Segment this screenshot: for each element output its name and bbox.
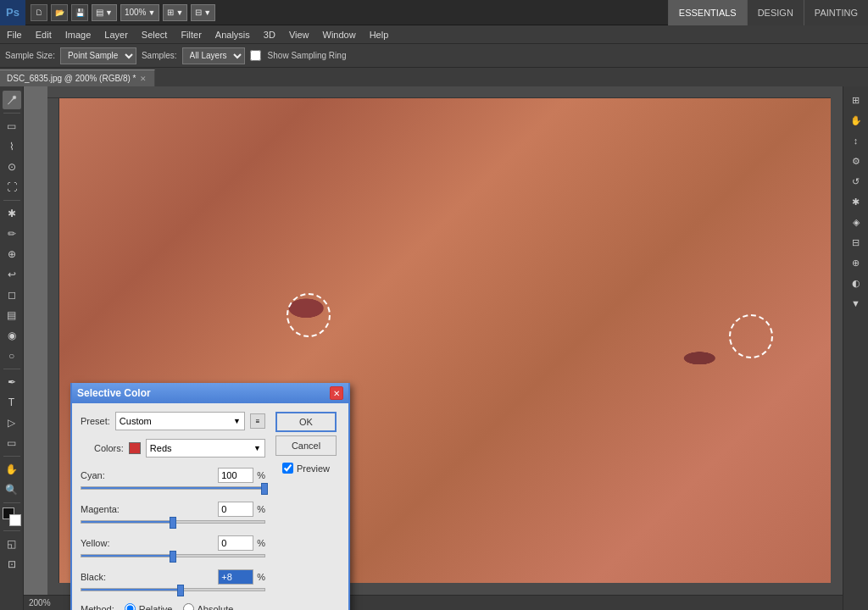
cancel-button[interactable]: Cancel — [275, 435, 337, 456]
preview-checkbox[interactable] — [282, 463, 293, 474]
rectangular-marquee-tool[interactable]: ▭ — [3, 117, 21, 136]
workspace-buttons: ESSENTIALS DESIGN PAINTING — [668, 0, 868, 25]
method-row: Method: Relative Absolute — [81, 603, 265, 610]
preset-dropdown[interactable]: Custom ▼ — [115, 412, 245, 430]
clone-stamp-tool[interactable]: ⊕ — [3, 245, 21, 263]
menu-file[interactable]: File — [0, 25, 29, 44]
cyan-slider-thumb[interactable] — [261, 483, 268, 495]
method-label: Method: — [81, 604, 114, 611]
panel-tool-8[interactable]: ⊟ — [847, 233, 865, 252]
colors-dropdown-arrow: ▼ — [253, 444, 261, 452]
panel-tool-5[interactable]: ↺ — [847, 172, 865, 191]
sample-size-label: Sample Size: — [5, 51, 55, 60]
panel-tool-11[interactable]: ▼ — [847, 294, 865, 313]
menu-3d[interactable]: 3D — [257, 25, 282, 44]
black-value-input[interactable]: +8 — [218, 569, 253, 585]
black-slider-track[interactable] — [81, 588, 265, 591]
menu-select[interactable]: Select — [135, 25, 175, 44]
relative-radio[interactable] — [125, 603, 136, 610]
yellow-label: Yellow: — [81, 538, 109, 548]
pen-tool[interactable]: ✒ — [3, 373, 21, 391]
zoom-tool[interactable]: 🔍 — [3, 480, 21, 499]
menu-filter[interactable]: Filter — [174, 25, 208, 44]
panel-tool-6[interactable]: ✱ — [847, 192, 865, 211]
quick-mask-tool[interactable]: ◱ — [3, 535, 21, 553]
svg-point-0 — [13, 96, 16, 99]
design-button[interactable]: DESIGN — [747, 0, 804, 25]
color-swatches[interactable] — [3, 507, 21, 526]
cyan-slider-fill — [81, 487, 264, 489]
yellow-slider-thumb[interactable] — [170, 551, 176, 563]
sample-size-select[interactable]: Point Sample — [60, 47, 136, 64]
lasso-tool[interactable]: ⌇ — [3, 137, 21, 156]
ps-logo: Ps — [0, 0, 25, 25]
scrollbar-right[interactable] — [831, 86, 843, 595]
eyedropper-tool[interactable] — [3, 91, 21, 109]
yellow-slider-row: Yellow: 0 % — [81, 535, 265, 557]
brush-tool[interactable]: ✏ — [3, 225, 21, 243]
magenta-value-input[interactable]: 0 — [218, 502, 253, 517]
text-tool[interactable]: T — [3, 393, 21, 412]
history-brush-tool[interactable]: ↩ — [3, 265, 21, 284]
file-tab[interactable]: DSC_6835.jpg @ 200% (RGB/8) * ✕ — [0, 69, 155, 86]
tab-close-button[interactable]: ✕ — [139, 75, 147, 83]
essentials-button[interactable]: ESSENTIALS — [668, 0, 747, 25]
black-slider-thumb[interactable] — [177, 585, 184, 596]
quick-selection-tool[interactable]: ⊙ — [3, 158, 21, 176]
shape-tool[interactable]: ▭ — [3, 434, 21, 452]
yellow-value-input[interactable]: 0 — [218, 535, 253, 551]
gradient-tool[interactable]: ▤ — [3, 306, 21, 324]
absolute-radio[interactable] — [183, 603, 194, 610]
painting-button[interactable]: PAINTING — [804, 0, 868, 25]
path-selection-tool[interactable]: ▷ — [3, 413, 21, 432]
panel-tool-9[interactable]: ⊕ — [847, 253, 865, 272]
panel-tool-1[interactable]: ⊞ — [847, 91, 865, 109]
spot-healing-tool[interactable]: ✱ — [3, 204, 21, 223]
eraser-tool[interactable]: ◻ — [3, 286, 21, 304]
blur-tool[interactable]: ◉ — [3, 326, 21, 345]
cyan-slider-track[interactable] — [81, 486, 265, 490]
panel-tool-3[interactable]: ↕ — [847, 131, 865, 150]
magenta-slider-track[interactable] — [81, 520, 265, 524]
layout-dropdown[interactable]: ⊞ ▼ — [163, 4, 187, 21]
screen-mode-tool[interactable]: ⊡ — [3, 555, 21, 574]
crop-tool[interactable]: ⛶ — [3, 178, 21, 197]
toolbar-divider-3 — [3, 369, 20, 369]
save-icon[interactable]: 💾 — [71, 4, 88, 21]
colors-dropdown[interactable]: Reds ▼ — [146, 439, 265, 458]
show-sampling-ring-checkbox[interactable] — [250, 50, 261, 61]
menu-window[interactable]: Window — [316, 25, 363, 44]
dialog-right: OK Cancel Preview — [272, 412, 340, 610]
menu-image[interactable]: Image — [58, 25, 98, 44]
dialog-titlebar[interactable]: Selective Color ✕ — [72, 383, 348, 403]
preset-options-button[interactable]: ≡ — [250, 413, 265, 429]
dodge-tool[interactable]: ○ — [3, 347, 21, 365]
menu-analysis[interactable]: Analysis — [209, 25, 257, 44]
view-mode-dropdown[interactable]: ▤ ▼ — [92, 4, 117, 21]
hand-tool[interactable]: ✋ — [3, 460, 21, 479]
menu-help[interactable]: Help — [363, 25, 396, 44]
samples-select[interactable]: All Layers — [182, 47, 245, 64]
background-color[interactable] — [9, 514, 21, 526]
menu-view[interactable]: View — [282, 25, 316, 44]
panel-tool-4[interactable]: ⚙ — [847, 152, 865, 170]
arrange-dropdown[interactable]: ⊟ ▼ — [191, 4, 215, 21]
cyan-value-input[interactable]: 100 — [218, 468, 253, 483]
new-file-icon[interactable]: 🗋 — [31, 4, 47, 21]
open-file-icon[interactable]: 📂 — [51, 4, 68, 21]
ok-button[interactable]: OK — [275, 412, 337, 432]
zoom-dropdown[interactable]: 100% ▼ — [120, 4, 160, 21]
colors-value: Reds — [150, 443, 172, 453]
magenta-slider-thumb[interactable] — [170, 517, 176, 529]
menu-edit[interactable]: Edit — [29, 25, 58, 44]
panel-tool-2[interactable]: ✋ — [847, 111, 865, 130]
panel-tool-7[interactable]: ◈ — [847, 213, 865, 231]
dialog-close-button[interactable]: ✕ — [330, 386, 343, 400]
toolbar-divider-5 — [3, 502, 20, 503]
menu-layer[interactable]: Layer — [97, 25, 135, 44]
ruler-left — [47, 98, 59, 583]
magenta-slider-fill — [81, 521, 173, 523]
toolbar-divider-4 — [3, 456, 20, 457]
yellow-slider-track[interactable] — [81, 554, 265, 557]
panel-tool-10[interactable]: ◐ — [847, 274, 865, 292]
